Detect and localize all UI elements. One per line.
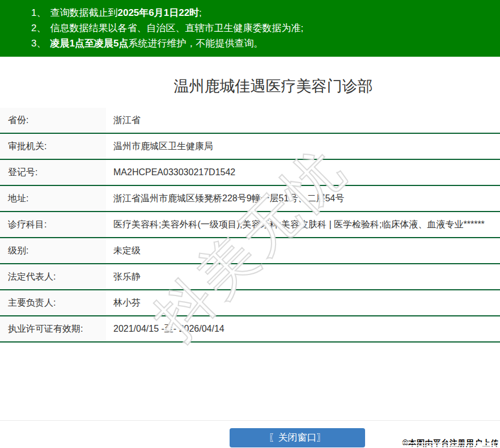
row-label: 主要负责人: [0,290,106,315]
notice-text: 查询数据截止到 [50,7,117,18]
notice-text: 系统进行维护，不能提供查询。 [128,38,263,49]
table-row-principal: 主要负责人: 林小芬 [0,290,500,316]
notice-text-bold: 凌晨1点至凌晨5点 [50,38,128,49]
row-value: 林小芬 [106,290,500,315]
notice-text: 信息数据结果以各省、自治区、直辖市卫生健康委数据为准; [50,23,303,33]
table-row-legal-representative: 法定代表人: 张乐静 [0,264,500,290]
row-value: 未定级 [106,238,500,263]
notice-line-2: 2、信息数据结果以各省、自治区、直辖市卫生健康委数据为准; [31,20,494,36]
table-row-license-validity: 执业许可证有效期: 2021/04/15 -至- 2026/04/14 [0,316,500,343]
page-title: 温州鹿城佳遇医疗美容门诊部 [23,75,500,98]
row-label: 登记号: [0,160,106,185]
notice-banner: 1、查询数据截止到2025年6月1日22时; 2、信息数据结果以各省、自治区、直… [0,0,500,57]
row-value: 浙江省温州市鹿城区矮凳桥228号9幢一层51号、二层54号 [106,186,500,211]
notice-number: 1、 [31,7,46,18]
table-row-province: 省份: 浙江省 [0,108,500,134]
table-row-diagnosis-subjects: 诊疗科目: 医疗美容科;美容外科(一级项目);美容牙科;美容皮肤科 | 医学检验… [0,212,500,238]
footer: 〖关闭窗口〗 ©本图由平台注册用户上传 [0,421,500,448]
row-label: 审批机关: [0,134,106,159]
close-window-button[interactable]: 〖关闭窗口〗 [230,428,365,447]
row-value: 张乐静 [106,264,500,289]
row-label: 级别: [0,238,106,263]
row-label: 执业许可证有效期: [0,316,106,341]
table-row-level: 级别: 未定级 [0,238,500,264]
row-value: 温州市鹿城区卫生健康局 [106,134,500,159]
row-label: 地址: [0,186,106,211]
row-value: 医疗美容科;美容外科(一级项目);美容牙科;美容皮肤科 | 医学检验科;临床体液… [106,212,500,237]
license-info-table: 省份: 浙江省 审批机关: 温州市鹿城区卫生健康局 登记号: MA2HCPEA0… [0,108,500,343]
notice-line-1: 1、查询数据截止到2025年6月1日22时; [31,5,494,20]
copyright-stamp: ©本图由平台注册用户上传 [402,438,499,448]
notice-number: 3、 [31,38,46,49]
table-row-approval-authority: 审批机关: 温州市鹿城区卫生健康局 [0,134,500,160]
row-label: 法定代表人: [0,264,106,289]
notice-text: ; [199,7,202,18]
row-label: 省份: [0,108,106,133]
notice-line-3: 3、凌晨1点至凌晨5点系统进行维护，不能提供查询。 [31,36,494,51]
notice-text-bold: 2025年6月1日22时 [117,7,199,18]
table-row-address: 地址: 浙江省温州市鹿城区矮凳桥228号9幢一层51号、二层54号 [0,186,500,212]
row-value: 2021/04/15 -至- 2026/04/14 [106,316,500,341]
row-value: MA2HCPEA033030217D1542 [106,160,500,185]
row-value: 浙江省 [106,108,500,133]
table-row-registration-number: 登记号: MA2HCPEA033030217D1542 [0,160,500,186]
notice-number: 2、 [31,23,46,33]
row-label: 诊疗科目: [0,212,106,237]
